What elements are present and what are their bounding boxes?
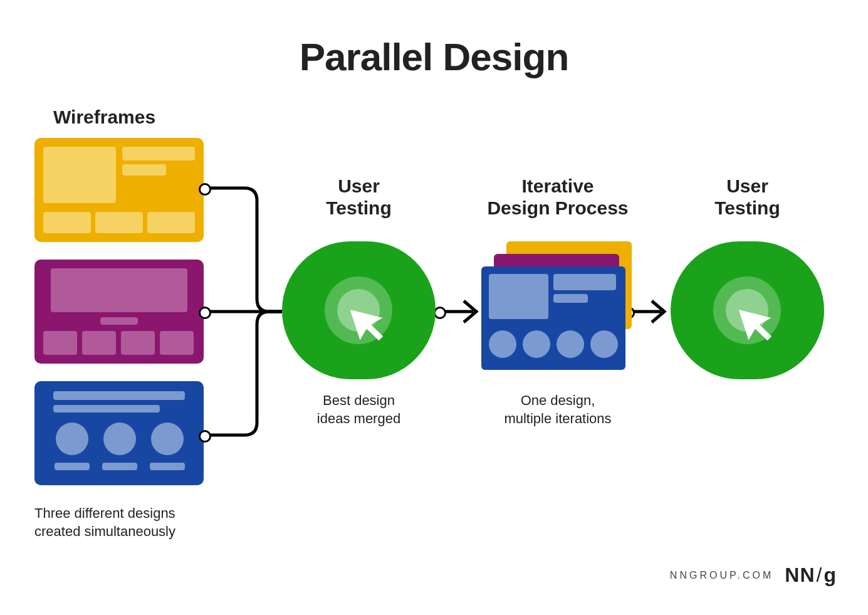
wf-block	[557, 330, 584, 358]
wf-block	[43, 212, 91, 233]
diagram-title: Parallel Design	[0, 34, 868, 79]
wf-block	[523, 330, 550, 358]
cursor-icon	[348, 301, 385, 339]
wf-block	[147, 212, 195, 233]
logo-part-b: g	[824, 564, 837, 586]
iterative-label: Iterative Design Process	[470, 176, 646, 219]
user-testing-2-label: User Testing	[671, 176, 824, 219]
cursor-icon	[736, 301, 774, 339]
connector-node	[434, 307, 446, 319]
logo-slash: /	[817, 564, 823, 586]
wf-block	[95, 212, 143, 233]
attribution: NNGROUP.COM NN/g	[670, 564, 837, 587]
user-testing-2-shape	[671, 241, 824, 379]
wf-block	[103, 423, 136, 455]
wf-block	[489, 330, 516, 358]
logo-part-a: NN	[785, 564, 815, 586]
wireframes-caption: Three different designs created simultan…	[34, 505, 204, 540]
attribution-url: NNGROUP.COM	[670, 570, 774, 581]
attribution-logo: NN/g	[785, 564, 837, 587]
wf-block	[122, 147, 195, 160]
wf-block	[56, 423, 88, 455]
wf-block	[53, 391, 185, 400]
wireframe-blue	[34, 381, 204, 485]
wf-block	[151, 423, 184, 455]
connector-node	[199, 430, 211, 443]
wf-block	[150, 463, 185, 470]
iterative-caption: One design, multiple iterations	[470, 392, 646, 428]
wf-block	[121, 331, 155, 355]
wf-block	[82, 331, 116, 355]
wf-block	[55, 463, 90, 470]
connector-node	[199, 183, 211, 196]
wf-block	[53, 405, 160, 413]
wireframe-yellow	[34, 138, 204, 242]
stack-card-blue	[481, 266, 625, 370]
wf-block	[43, 147, 116, 203]
wf-block	[102, 463, 137, 470]
wf-block	[160, 331, 194, 355]
user-testing-1-label: User Testing	[282, 176, 436, 219]
wf-block	[51, 268, 187, 312]
iterative-stack	[481, 241, 635, 373]
wf-block	[43, 331, 77, 355]
user-testing-1-caption: Best design ideas merged	[282, 392, 436, 428]
wf-block	[553, 274, 616, 290]
wf-block	[100, 317, 138, 325]
wf-block	[590, 330, 618, 358]
wireframe-purple	[34, 260, 204, 364]
connector-node	[199, 307, 211, 319]
wf-block	[489, 274, 548, 319]
wf-block	[122, 164, 166, 176]
wf-block	[553, 294, 588, 303]
wireframes-label: Wireframes	[53, 107, 155, 129]
user-testing-1-shape	[282, 241, 436, 379]
